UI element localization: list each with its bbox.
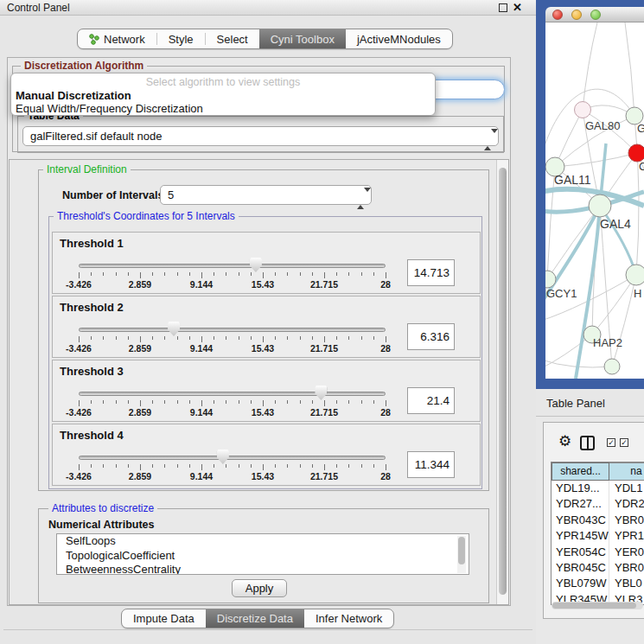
cell[interactable]: YDR27... [552,496,609,512]
tick-mark [251,400,252,404]
cell[interactable]: YDL19... [552,481,609,496]
threshold-1-slider-track[interactable] [79,264,386,268]
node-red-selected[interactable] [628,144,644,162]
tick-mark [116,336,117,340]
checkbox-icon[interactable]: ✓ [620,438,628,447]
column-header-name[interactable]: na [609,462,644,481]
table-row[interactable]: YBR045CYBR0 [552,560,644,576]
table-row[interactable]: YBR043CYBR0 [552,513,644,528]
cell[interactable]: YBL079W [552,576,609,591]
dropdown-item-equal-width-frequency[interactable]: Equal Width/Frequency Discretization [11,102,435,115]
tab-style[interactable]: Style [157,29,205,48]
tick-label: -3.426 [66,343,92,354]
list-item[interactable]: BetweennessCentrality [57,563,469,575]
table-columns-icon[interactable] [580,436,595,450]
node-gal80[interactable] [575,102,591,118]
tick-mark [312,336,313,340]
node-h[interactable] [626,265,644,285]
tab-select[interactable]: Select [206,29,259,48]
cell[interactable]: YBL0 [609,576,644,591]
threshold-3-value-field[interactable]: 21.4 [407,387,455,414]
cell[interactable]: YDR2 [609,496,644,512]
zoom-button[interactable] [590,10,601,20]
network-window-titlebar[interactable] [545,7,644,22]
number-of-intervals-combobox[interactable]: 5 [160,185,372,205]
threshold-4-value-field[interactable]: 11.344 [407,451,455,478]
list-item[interactable]: TopologicalCoefficient [57,549,469,564]
tick-mark [324,464,325,470]
close-icon[interactable]: ✕ [513,1,522,14]
cell[interactable]: YER054C [552,545,609,560]
threshold-1-value-field[interactable]: 14.713 [407,259,455,286]
tab-discretize-data[interactable]: Discretize Data [206,609,304,628]
tick-mark [116,400,117,404]
cell[interactable]: YDL1 [609,481,644,496]
table-row[interactable]: YDL19...YDL1 [552,481,644,496]
close-button[interactable] [552,10,563,20]
node-gal4[interactable] [589,194,611,217]
cell[interactable]: YBR045C [552,560,609,576]
tab-infer-network[interactable]: Infer Network [304,609,393,628]
tab-cyni-toolbox[interactable]: Cyni Toolbox [259,29,346,48]
dropdown-placeholder-item[interactable]: Select algorithm to view settings [11,73,435,88]
table-row[interactable]: YDR27...YDR2 [552,496,644,512]
threshold-4-slider-handle[interactable] [217,450,229,464]
node-attribute-table[interactable]: shared... na YDL19...YDL1 YDR27...YDR2 Y… [551,462,644,605]
list-item[interactable]: SelfLoops [57,534,469,549]
cell[interactable]: YER0 [609,545,644,560]
dropdown-item-manual-discretization[interactable]: Manual Discretization [11,88,435,102]
cell[interactable]: YPR145W [552,528,609,544]
threshold-3-slider-handle[interactable] [315,386,327,400]
tab-network[interactable]: Network [78,29,156,48]
tick-mark [91,464,92,468]
table-row[interactable]: YBL079WYBL0 [552,576,644,591]
table-horizontal-scrollbar[interactable] [552,602,643,609]
threshold-2-value-field[interactable]: 6.316 [407,323,455,350]
threshold-2-slider-track[interactable] [79,328,386,332]
float-window-icon[interactable] [499,3,507,12]
column-header-shared-name[interactable]: shared... [552,462,609,481]
threshold-4-label: Threshold 4 [60,429,124,442]
tab-style-label: Style [169,33,194,46]
tab-jactivemnodules[interactable]: jActiveMNodules [346,29,452,48]
scrollbar-thumb[interactable] [458,537,465,564]
threshold-4-slider-track[interactable] [79,456,386,460]
tick-label: 15.43 [252,471,274,481]
table-data-combobox[interactable]: galFiltered.sif default node [22,126,499,146]
node-label-gal11: GAL11 [554,173,591,187]
threshold-3-box: Threshold 3 -3.426 2.859 9.144 15.43 21.… [52,360,481,422]
tick-mark [189,272,190,276]
table-row[interactable]: YER054CYER0 [552,545,644,560]
settings-vertical-scrollbar[interactable] [496,160,508,604]
scrollbar-thumb[interactable] [499,168,507,595]
node-bottom[interactable] [604,359,620,374]
cell[interactable]: YBR043C [552,513,609,528]
discretization-algorithm-group-title: Discretization Algorithm [21,60,147,72]
cell[interactable]: YBR0 [609,513,644,528]
tick-mark [263,336,264,342]
tick-label: 9.144 [190,279,213,290]
scrollbar-thumb[interactable] [552,603,636,609]
cell[interactable]: YPR1 [609,528,644,544]
tick-mark [275,336,276,340]
threshold-3-slider-track[interactable] [79,392,386,396]
gear-icon[interactable]: ⚙ [558,432,571,450]
combobox-stepper-icon [357,189,364,207]
list-vertical-scrollbar[interactable] [457,536,466,573]
network-view-canvas[interactable]: GAL80 G C GAL11 GAL4 GCY1 H HAP2 [545,22,644,379]
tick-mark [128,464,129,468]
tab-infer-network-label: Infer Network [316,612,382,625]
tab-impute-data[interactable]: Impute Data [122,609,206,628]
table-row[interactable]: YPR145WYPR1 [552,528,644,544]
network-graph: GAL80 G C GAL11 GAL4 GCY1 H HAP2 [545,22,644,379]
checkbox-icon[interactable]: ✓ [607,438,615,447]
threshold-2-slider-handle[interactable] [168,322,180,336]
cell[interactable]: YBR0 [609,560,644,576]
minimize-button[interactable] [571,10,582,20]
tick-mark [152,400,153,404]
apply-button[interactable]: Apply [232,579,287,597]
threshold-1-tick-labels: -3.426 2.859 9.144 15.43 21.715 28 [79,279,386,289]
numerical-attributes-list[interactable]: SelfLoops TopologicalCoefficient Between… [56,533,469,575]
tick-label: 28 [380,407,391,418]
threshold-1-slider-handle[interactable] [250,258,262,272]
